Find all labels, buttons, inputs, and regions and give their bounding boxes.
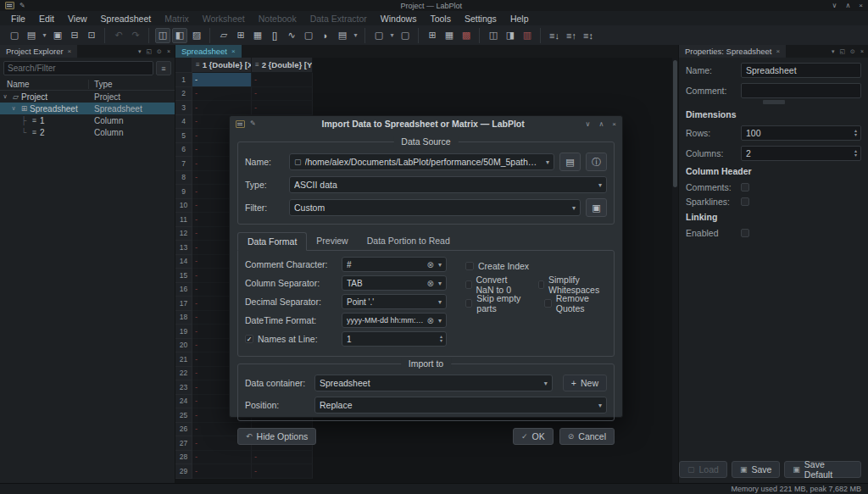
panel-menu-icon[interactable]: ▾ (138, 48, 142, 55)
worksheet-image-icon[interactable]: ▨ (189, 28, 204, 43)
chevron-down-icon[interactable]: ▾ (438, 317, 442, 325)
insert-column-right-icon[interactable]: ◨ (503, 28, 518, 43)
panel-pin-icon[interactable]: ⊙ (850, 48, 855, 55)
dialog-close-icon[interactable]: × (612, 120, 616, 128)
column-header-2[interactable]: ≡ 2 {Double} [Y] (252, 58, 313, 73)
cell[interactable]: - (252, 87, 313, 102)
new-worksheet-icon[interactable]: ▢ (301, 28, 316, 43)
row-header[interactable]: 29 (175, 464, 192, 479)
cell[interactable]: - (252, 73, 313, 87)
vertical-scrollbar[interactable] (672, 58, 678, 483)
tree-item-project[interactable]: ∨ ▱ Project Project (0, 91, 175, 103)
row-header[interactable]: 14 (175, 255, 192, 269)
row-header[interactable]: 4 (175, 115, 192, 130)
panel-menu-icon[interactable]: ▾ (832, 48, 835, 55)
open-recent-caret-icon[interactable]: ▾ (41, 28, 48, 43)
row-header[interactable]: 10 (175, 199, 192, 214)
tab-close-icon[interactable]: × (68, 47, 72, 55)
cell[interactable]: - (252, 451, 313, 465)
save-button[interactable]: ▣ Save (732, 461, 780, 478)
insert-row-below-icon[interactable]: ▦ (442, 28, 457, 43)
decimal-separator-combobox[interactable]: Point '.' ▾ (342, 294, 447, 309)
insert-row-above-icon[interactable]: ⊞ (425, 28, 440, 43)
expander-icon[interactable]: ∨ (8, 105, 19, 112)
filter-options-icon[interactable]: ≡ (156, 61, 171, 75)
filter-combobox[interactable]: Custom ▾ (289, 199, 581, 216)
row-header[interactable]: 6 (175, 143, 192, 158)
row-header[interactable]: 19 (175, 325, 192, 339)
tree-item-column-1[interactable]: ├ ≡ 1 Column (0, 114, 175, 126)
remove-columns-icon[interactable]: ▥ (520, 28, 535, 43)
linking-enabled-checkbox[interactable] (741, 229, 749, 237)
tab-data-format[interactable]: Data Format (237, 232, 307, 251)
remove-quotes-checkbox[interactable] (544, 299, 551, 308)
new-matrix-icon[interactable]: ▦ (250, 28, 265, 43)
tab-data-portion[interactable]: Data Portion to Read (358, 232, 459, 250)
column-header-1[interactable]: ≡ 1 {Double} [X] (192, 58, 252, 73)
row-header[interactable]: 16 (175, 283, 192, 297)
sort-descending-icon[interactable]: ≡↑ (564, 28, 579, 43)
file-name-combobox[interactable]: ▢ /home/alex/Documents/LabPlot/performan… (289, 153, 554, 170)
row-header[interactable]: 17 (175, 297, 192, 311)
hide-options-button[interactable]: ↶ Hide Options (237, 428, 316, 445)
open-project-icon[interactable]: ▤ (24, 28, 39, 43)
comments-checkbox[interactable] (741, 183, 749, 191)
menu-settings[interactable]: Settings (459, 13, 503, 25)
row-header[interactable]: 8 (175, 171, 192, 186)
save-default-button[interactable]: ▣ Save Default (784, 461, 861, 478)
tree-header-name[interactable]: Name (0, 80, 89, 89)
export-icon[interactable]: ▢ (398, 28, 413, 43)
cell[interactable]: - (192, 87, 252, 102)
menu-edit[interactable]: Edit (33, 13, 60, 25)
row-header[interactable]: 15 (175, 269, 192, 283)
cell[interactable]: - (252, 101, 313, 115)
row-header[interactable]: 24 (175, 395, 192, 409)
chevron-down-icon[interactable]: ▾ (546, 158, 549, 166)
new-workbook-icon[interactable]: [] (267, 28, 282, 43)
chevron-down-icon[interactable]: ▾ (572, 204, 576, 212)
row-header[interactable]: 1 (175, 73, 192, 87)
names-at-line-checkbox[interactable]: ✓ (245, 335, 253, 343)
names-at-line-spinbox[interactable]: 1 ▴▾ (342, 331, 447, 347)
panel-close-icon[interactable]: × (167, 48, 170, 54)
corner-cell[interactable] (175, 58, 192, 73)
dialog-minimize-icon[interactable]: ∨ (586, 120, 591, 128)
tab-preview[interactable]: Preview (307, 232, 357, 250)
cancel-button[interactable]: ⊘ Cancel (559, 428, 615, 445)
insert-column-left-icon[interactable]: ◫ (486, 28, 501, 43)
tab-properties[interactable]: Properties: Spreadsheet × (679, 45, 786, 58)
remove-rows-icon[interactable]: ▩ (459, 28, 474, 43)
row-header[interactable]: 7 (175, 157, 192, 171)
row-header[interactable]: 9 (175, 185, 192, 199)
convert-nan-checkbox[interactable] (465, 280, 472, 289)
row-header[interactable]: 11 (175, 213, 192, 227)
comment-character-combobox[interactable]: # ⊗ ▾ (342, 257, 447, 272)
tab-spreadsheet[interactable]: Spreadsheet × (175, 45, 242, 58)
row-header[interactable]: 21 (175, 352, 192, 367)
tab-project-explorer[interactable]: Project Explorer × (0, 45, 77, 58)
tree-item-spreadsheet[interactable]: ∨ ⊞ Spreadsheet Spreadsheet (0, 103, 175, 114)
panel-close-icon[interactable]: × (860, 48, 864, 54)
row-header[interactable]: 27 (175, 436, 192, 451)
cell[interactable]: - (192, 73, 252, 87)
row-header[interactable]: 2 (175, 87, 192, 102)
tab-close-icon[interactable]: × (231, 47, 236, 55)
chevron-down-icon[interactable]: ▾ (438, 261, 442, 269)
chevron-down-icon[interactable]: ▾ (438, 280, 442, 287)
row-header[interactable]: 26 (175, 423, 192, 437)
chevron-down-icon[interactable]: ▾ (438, 298, 442, 306)
row-header[interactable]: 22 (175, 367, 192, 381)
columns-spinbox[interactable]: 2 ▴▾ (741, 146, 861, 161)
new-note-icon[interactable]: ▤ (335, 28, 350, 43)
menu-tools[interactable]: Tools (424, 13, 457, 25)
new-notebook-icon[interactable]: ◗ (318, 28, 333, 43)
row-header[interactable]: 28 (175, 451, 192, 465)
close-icon[interactable]: × (859, 2, 863, 9)
row-header[interactable]: 23 (175, 380, 192, 395)
skip-empty-parts-checkbox[interactable] (465, 299, 472, 308)
row-header[interactable]: 13 (175, 241, 192, 255)
chevron-down-icon[interactable]: ▾ (598, 402, 602, 409)
menu-help[interactable]: Help (504, 13, 535, 25)
cell[interactable]: - (192, 464, 252, 479)
comment-resize-grip[interactable] (763, 100, 785, 104)
